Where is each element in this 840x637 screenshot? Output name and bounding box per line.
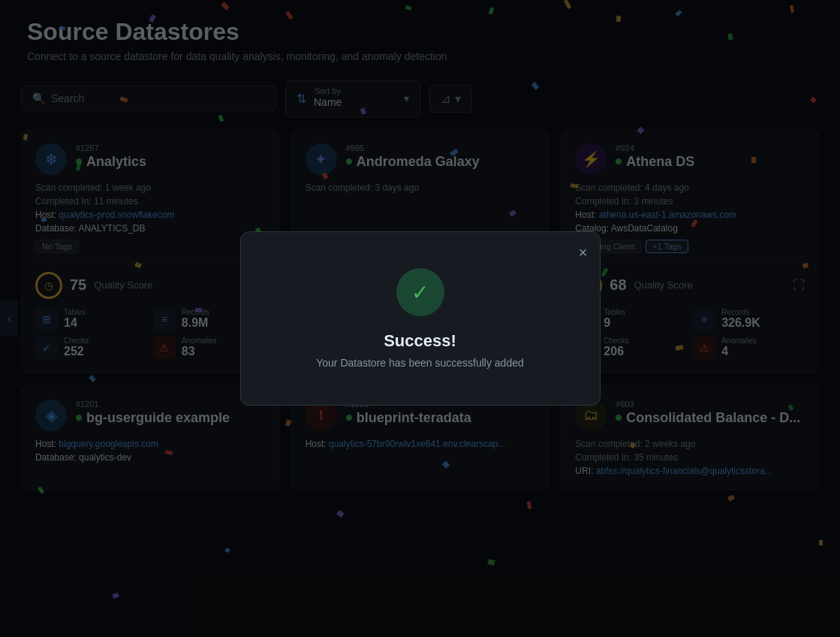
modal-title: Success! (286, 331, 555, 351)
success-modal: × ✓ Success! Your Datastore has been suc… (240, 231, 601, 406)
modal-subtitle: Your Datastore has been successfully add… (286, 357, 555, 369)
modal-overlay[interactable]: × ✓ Success! Your Datastore has been suc… (0, 0, 840, 637)
modal-close-button[interactable]: × (579, 244, 588, 261)
success-check-icon: ✓ (396, 268, 444, 316)
